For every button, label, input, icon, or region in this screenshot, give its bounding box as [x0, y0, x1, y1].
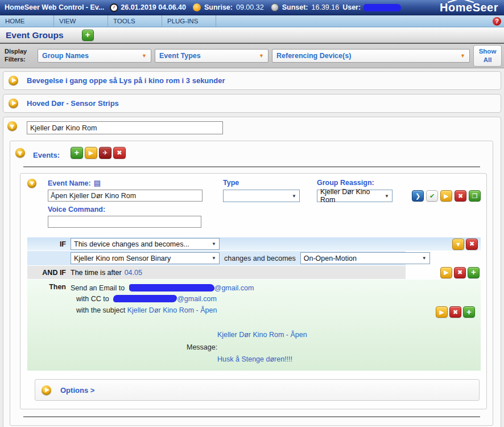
run-action-button[interactable]: ▶ [436, 306, 448, 318]
device-select[interactable]: Kjeller Kino rom Sensor Binary ▼ [71, 252, 220, 264]
expand-arrow-icon[interactable] [9, 76, 18, 85]
collapse-arrow-icon[interactable] [15, 148, 25, 158]
run-event-button[interactable]: ❯ [412, 190, 424, 202]
add-event-button[interactable]: + [71, 147, 83, 159]
expand-arrow-icon[interactable] [42, 385, 51, 395]
titlebar: HomeSeer Web Control - Ev... 26.01.2019 … [0, 0, 504, 15]
email-address-redacted [129, 284, 214, 291]
event-name-input[interactable] [48, 190, 203, 202]
plus-icon: + [466, 307, 472, 317]
sunrise-time: 09.00.32 [236, 3, 264, 11]
device-condition-row: Kjeller Kino rom Sensor Binary ▼ changes… [27, 251, 481, 265]
cc-domain-link[interactable]: @gmail.com [177, 295, 217, 303]
email-domain-link[interactable]: @gmail.com [214, 284, 254, 292]
delete-trigger-button[interactable]: ✖ [466, 239, 478, 250]
menubar: HOME VIEW TOOLS PLUG-INS ? [0, 15, 504, 27]
event-name-label: Event Name: [48, 179, 91, 187]
close-icon: ✖ [453, 309, 458, 316]
airplane-mode-button[interactable]: ✈ [99, 147, 111, 159]
delete-events-button[interactable]: ✖ [113, 147, 126, 159]
delete-condition-button[interactable]: ✖ [454, 267, 466, 278]
menu-plugins[interactable]: PLUG-INS [162, 15, 216, 27]
trigger-event-button[interactable]: ▶ [440, 190, 452, 202]
message-value[interactable]: Husk å Stenge døren!!!! [217, 354, 481, 365]
copy-icon: ❐ [472, 192, 478, 200]
and-if-row-buttons: ▶ ✖ + [439, 267, 480, 278]
sunset-icon [271, 3, 279, 11]
enable-event-button[interactable]: ✔ [426, 190, 438, 202]
add-action-button[interactable]: + [463, 306, 475, 318]
time-value-link[interactable]: 04.05 [125, 269, 142, 277]
group-title[interactable]: Bevegelse i gang oppe så Lys på i kino r… [27, 76, 225, 85]
device-value-select[interactable]: On-Open-Motion ▼ [300, 252, 430, 264]
expand-arrow-icon[interactable] [9, 98, 18, 108]
group-expanded-kjeller: Events: + ▶ ✈ ✖ Event Name: [3, 117, 501, 427]
dropdown-arrow-icon: ▼ [212, 256, 216, 261]
user-name-redacted [363, 4, 401, 11]
run-events-button[interactable]: ▶ [85, 147, 97, 159]
plus-icon: + [471, 267, 476, 277]
trigger-type-select[interactable]: This device changes and becomes... ▼ [71, 238, 220, 250]
sunrise-icon [193, 3, 201, 11]
play-icon: ▶ [89, 149, 93, 157]
menu-home[interactable]: HOME [0, 15, 54, 27]
close-icon: ✖ [117, 149, 122, 157]
add-group-button[interactable]: + [82, 30, 94, 41]
group-reassign-label: Group Reassign: [317, 179, 374, 187]
group-name-input[interactable] [27, 121, 223, 134]
if-row-buttons: ▼ ✖ [451, 239, 478, 250]
plus-icon: + [85, 30, 90, 39]
if-row: IF This device changes and becomes... ▼ … [27, 237, 481, 251]
group-title[interactable]: Hoved Dør - Sensor Strips [27, 99, 119, 108]
event-log-icon[interactable]: ▤ [94, 179, 101, 187]
group-row-bevegelse: Bevegelse i gang oppe så Lys på i kino r… [3, 71, 501, 90]
copy-event-button[interactable]: ❐ [469, 190, 481, 202]
then-label: Then [27, 283, 71, 365]
window-title: HomeSeer Web Control - Ev... [5, 3, 104, 11]
voice-command-row: Voice Command: [48, 206, 481, 228]
dropdown-arrow-icon: ▼ [212, 241, 216, 247]
sunrise-label: Sunrise: [204, 3, 233, 11]
down-triangle-icon: ▼ [455, 241, 461, 248]
group-names-dropdown[interactable]: Group Names ▼ [38, 49, 151, 63]
and-if-row: AND IF The time is after 04.05 ▶ ✖ + [27, 266, 481, 279]
close-icon: ✖ [457, 269, 462, 276]
events-toolbar: + ▶ ✈ ✖ [69, 147, 126, 159]
event-types-dropdown[interactable]: Event Types ▼ [155, 49, 268, 63]
group-reassign-select[interactable]: Kjeller Dør Kino Rom ▼ [317, 190, 393, 202]
move-down-button[interactable]: ▼ [452, 239, 464, 250]
check-icon: ✔ [429, 192, 435, 200]
menu-view[interactable]: VIEW [54, 15, 108, 27]
then-action-block: Then Send an Email to @gmail.com with CC… [27, 280, 481, 371]
group-row-hoved-dor: Hoved Dør - Sensor Strips [3, 94, 501, 113]
type-select[interactable]: ▼ [223, 190, 300, 202]
options-section: Options > [35, 379, 480, 401]
event-groups-list: Bevegelse i gang oppe så Lys på i kino r… [0, 68, 504, 427]
event-toolbar: ❯ ✔ ▶ ✖ ❐ [410, 190, 481, 202]
time-condition-text: The time is after [71, 269, 122, 277]
chevron-right-icon: ❯ [415, 192, 420, 200]
voice-command-input[interactable] [48, 216, 201, 228]
event-name-column: Event Name: ▤ [48, 179, 203, 202]
delete-event-button[interactable]: ✖ [455, 190, 466, 202]
display-filters-bar: Display Filters: Group Names ▼ Event Typ… [0, 44, 504, 68]
menu-tools[interactable]: TOOLS [108, 15, 162, 27]
collapse-arrow-icon[interactable] [27, 179, 36, 188]
delete-action-button[interactable]: ✖ [449, 306, 461, 318]
run-condition-button[interactable]: ▶ [440, 267, 452, 278]
dropdown-arrow-icon: ▼ [460, 53, 465, 59]
dropdown-arrow-icon: ▼ [259, 53, 264, 59]
referencing-devices-dropdown[interactable]: Referencing Device(s) ▼ [272, 49, 470, 63]
voice-command-label: Voice Command: [48, 206, 105, 214]
collapse-arrow-icon[interactable] [7, 121, 17, 131]
help-icon[interactable]: ? [493, 17, 501, 26]
page-header: Event Groups + [0, 27, 504, 44]
show-all-button[interactable]: Show All [473, 45, 502, 67]
user-label: User: [342, 3, 361, 11]
type-label: Type [223, 179, 239, 187]
add-condition-button[interactable]: + [468, 267, 480, 278]
options-label[interactable]: Options > [60, 386, 94, 395]
homeseer-app: HomeSeer Web Control - Ev... 26.01.2019 … [0, 0, 504, 427]
trigger-table: IF This device changes and becomes... ▼ … [27, 237, 481, 279]
subject-value-link[interactable]: Kjeller Dør Kino Rom - Åpen [127, 306, 217, 314]
